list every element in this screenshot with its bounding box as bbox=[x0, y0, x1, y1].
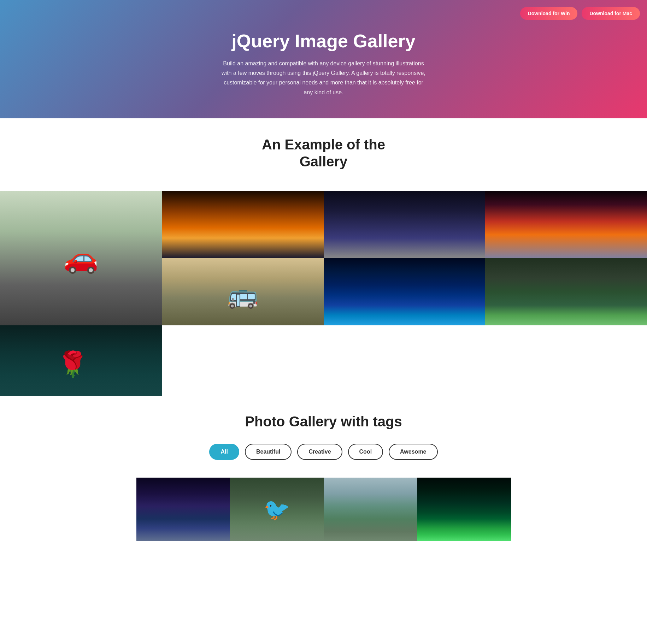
gallery-example-section: An Example of theGallery bbox=[0, 118, 647, 191]
tags-section-title: Photo Gallery with tags bbox=[0, 414, 647, 430]
photo-item-puffin[interactable] bbox=[230, 478, 324, 541]
mosaic-item-car[interactable] bbox=[0, 191, 162, 325]
header: Download for Win Download for Mac jQuery… bbox=[0, 0, 647, 118]
mosaic-item-sunset-city[interactable] bbox=[485, 191, 647, 258]
tag-beautiful[interactable]: Beautiful bbox=[245, 444, 292, 460]
mosaic-row-extra bbox=[0, 325, 647, 396]
mosaic-item-bus[interactable] bbox=[162, 258, 324, 325]
photo-grid bbox=[129, 478, 518, 541]
mosaic-item-aerial-green[interactable] bbox=[485, 258, 647, 325]
photo-item-aurora[interactable] bbox=[417, 478, 511, 541]
tags-row: All Beautiful Creative Cool Awesome bbox=[0, 444, 647, 460]
download-win-button[interactable]: Download for Win bbox=[520, 7, 578, 20]
mosaic-item-clouds[interactable] bbox=[324, 191, 486, 258]
mosaic-item-sunset-mountain[interactable] bbox=[162, 191, 324, 258]
tags-section: Photo Gallery with tags All Beautiful Cr… bbox=[0, 396, 647, 555]
page-title: jQuery Image Gallery bbox=[0, 30, 647, 52]
tag-creative[interactable]: Creative bbox=[297, 444, 342, 460]
header-description: Build an amazing and compatible with any… bbox=[221, 59, 426, 97]
gallery-example-title: An Example of theGallery bbox=[0, 136, 647, 170]
mosaic-item-city-night[interactable] bbox=[324, 258, 486, 325]
download-mac-button[interactable]: Download for Mac bbox=[582, 7, 640, 20]
mosaic-item-rose[interactable] bbox=[0, 325, 162, 396]
photo-item-mountains[interactable] bbox=[136, 478, 230, 541]
tag-cool[interactable]: Cool bbox=[348, 444, 383, 460]
header-buttons: Download for Win Download for Mac bbox=[0, 7, 647, 30]
tag-all[interactable]: All bbox=[209, 444, 239, 460]
photo-item-green-hills[interactable] bbox=[324, 478, 417, 541]
mosaic-gallery bbox=[0, 191, 647, 325]
mosaic-row-extra-right bbox=[162, 325, 647, 396]
tag-awesome[interactable]: Awesome bbox=[389, 444, 437, 460]
